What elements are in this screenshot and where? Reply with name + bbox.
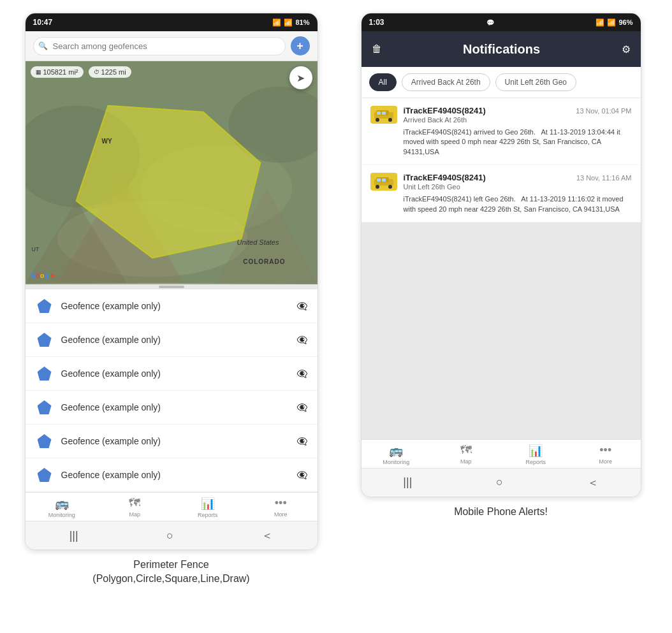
nav-map[interactable]: 🗺 Map (98, 497, 172, 518)
right-phone-section: 1:03 💬 📶 📶 96% 🗑 Notifications ⚙ All Arr… (342, 13, 659, 627)
svg-rect-14 (377, 112, 381, 115)
geofence-list: Geofence (example only) 👁‍🗨 Geofence (ex… (26, 289, 318, 492)
right-home-button[interactable]: ○ (496, 476, 503, 489)
monitoring-icon: 🚌 (55, 497, 69, 511)
right-bottom-nav: 🚌 Monitoring 🗺 Map 📊 Reports ••• More (362, 439, 641, 468)
svg-rect-15 (382, 112, 386, 115)
search-icon: 🔍 (38, 41, 48, 50)
scroll-indicator (26, 284, 318, 289)
notif-1-device-row: iTrackEF4940S(8241) 13 Nov, 01:04 PM (404, 106, 632, 115)
filter-left[interactable]: Unit Left 26th Geo (495, 73, 576, 91)
notification-filters: All Arrived Back At 26th Unit Left 26th … (362, 67, 641, 98)
right-caption: Mobile Phone Alerts! (454, 505, 548, 519)
add-icon: + (296, 40, 303, 53)
notif-2-body: iTrackEF4940S(8241) 13 Nov, 11:16 AM Uni… (404, 173, 632, 191)
notification-list: iTrackEF4940S(8241) 13 Nov, 01:04 PM Arr… (362, 98, 641, 439)
notifications-settings-button[interactable]: ⚙ (622, 43, 631, 55)
geofence-item-4[interactable]: Geofence (example only) 👁‍🗨 (26, 391, 318, 425)
svg-rect-21 (377, 178, 381, 182)
geofence-visibility-toggle-2[interactable]: 👁‍🗨 (296, 335, 307, 345)
right-nav-map[interactable]: 🗺 Map (431, 444, 501, 465)
geofence-shape-icon-5 (36, 432, 54, 450)
search-wrapper: 🔍 (33, 37, 286, 55)
right-back-button[interactable]: ＜ (587, 475, 599, 490)
right-reports-label: Reports (525, 459, 546, 465)
notif-1-timestamp: 13 Nov, 01:04 PM (576, 107, 631, 115)
geofence-map[interactable]: ▦ 105821 mi² ⏱ 1225 mi ➤ United States (26, 61, 318, 284)
right-nav-more[interactable]: ••• More (571, 444, 641, 465)
geofence-label-1: Geofence (example only) (61, 301, 289, 311)
filter-all[interactable]: All (369, 73, 397, 91)
home-button[interactable]: ○ (166, 529, 173, 542)
left-phone-section: 10:47 📶 📶 81% 🔍 + (13, 13, 330, 627)
reports-icon: 📊 (201, 497, 215, 511)
map-label-wyoming: WY (102, 138, 112, 145)
geofence-item-5[interactable]: Geofence (example only) 👁‍🗨 (26, 425, 318, 458)
google-logo: Google (31, 272, 55, 279)
svg-point-19 (376, 185, 379, 189)
left-battery: 81% (295, 18, 309, 26)
geofence-item-3[interactable]: Geofence (example only) 👁‍🗨 (26, 357, 318, 391)
geofence-visibility-toggle-6[interactable]: 👁‍🗨 (296, 470, 307, 480)
area-icon: ▦ (36, 69, 41, 75)
right-monitoring-label: Monitoring (383, 459, 409, 465)
geofence-item-6[interactable]: Geofence (example only) 👁‍🗨 (26, 458, 318, 492)
notif-2-device-row: iTrackEF4940S(8241) 13 Nov, 11:16 AM (404, 173, 632, 182)
geofence-shape-icon-6 (36, 466, 54, 484)
svg-point-20 (388, 185, 392, 189)
geofence-shape-icon-3 (36, 365, 54, 382)
geofence-search-input[interactable] (33, 37, 286, 55)
right-recent-apps-button[interactable]: ||| (403, 476, 412, 489)
geofence-item-2[interactable]: Geofence (example only) 👁‍🗨 (26, 323, 318, 357)
compass-button[interactable]: ➤ (289, 66, 312, 89)
right-time: 1:03 (369, 18, 384, 27)
notification-item-2[interactable]: iTrackEF4940S(8241) 13 Nov, 11:16 AM Uni… (362, 165, 641, 222)
svg-rect-22 (382, 178, 386, 182)
map-background: ▦ 105821 mi² ⏱ 1225 mi ➤ United States (26, 61, 318, 284)
geofence-search-bar: 🔍 + (26, 31, 318, 61)
left-system-nav: ||| ○ ＜ (26, 521, 318, 549)
chat-icon: 💬 (486, 19, 494, 26)
left-caption: Perimeter Fence(Polygon,Circle,Square,Li… (92, 558, 249, 586)
monitoring-label: Monitoring (48, 512, 75, 518)
nav-monitoring[interactable]: 🚌 Monitoring (26, 497, 99, 518)
geofence-visibility-toggle-1[interactable]: 👁‍🗨 (296, 301, 307, 311)
clock-icon: ⏱ (94, 69, 99, 75)
notif-2-vehicle-thumb (370, 173, 397, 191)
notif-1-event: Arrived Back At 26th (404, 116, 632, 124)
back-button[interactable]: ＜ (261, 528, 273, 543)
right-nav-reports[interactable]: 📊 Reports (501, 444, 571, 465)
notif-2-device: iTrackEF4940S(8241) (404, 173, 486, 182)
notif-1-body: iTrackEF4940S(8241) 13 Nov, 01:04 PM Arr… (404, 106, 632, 124)
left-status-bar: 10:47 📶 📶 81% (26, 13, 318, 31)
map-label-us: United States (237, 238, 279, 246)
notif-1-header: iTrackEF4940S(8241) 13 Nov, 01:04 PM Arr… (370, 106, 632, 124)
add-geofence-button[interactable]: + (291, 36, 310, 55)
delete-notifications-button[interactable]: 🗑 (372, 43, 382, 55)
nav-reports[interactable]: 📊 Reports (172, 497, 245, 518)
right-monitoring-icon: 🚌 (389, 444, 403, 458)
notif-2-timestamp: 13 Nov, 11:16 AM (576, 174, 632, 182)
map-label-utah: UT (32, 246, 40, 252)
geofence-visibility-toggle-4[interactable]: 👁‍🗨 (296, 402, 307, 412)
right-status-icons: 📶 📶 96% (595, 18, 632, 27)
geofence-shape-icon-4 (36, 398, 54, 416)
geofence-visibility-toggle-5[interactable]: 👁‍🗨 (296, 436, 307, 446)
recent-apps-button[interactable]: ||| (69, 529, 78, 542)
left-time: 10:47 (33, 18, 53, 27)
scroll-pill (159, 286, 184, 288)
geofence-label-3: Geofence (example only) (61, 368, 289, 379)
filter-arrived[interactable]: Arrived Back At 26th (402, 73, 490, 91)
right-map-icon: 🗺 (460, 444, 472, 457)
left-phone-frame: 10:47 📶 📶 81% 🔍 + (25, 13, 318, 550)
more-icon: ••• (275, 497, 287, 510)
signal-icon: 📶 (284, 18, 293, 27)
notification-item-1[interactable]: iTrackEF4940S(8241) 13 Nov, 01:04 PM Arr… (362, 98, 641, 164)
left-status-icons: 📶 📶 81% (272, 18, 309, 27)
right-wifi-icon: 📶 (595, 18, 604, 27)
right-nav-monitoring[interactable]: 🚌 Monitoring (362, 444, 432, 465)
geofence-item-1[interactable]: Geofence (example only) 👁‍🗨 (26, 289, 318, 323)
notif-2-header: iTrackEF4940S(8241) 13 Nov, 11:16 AM Uni… (370, 173, 632, 191)
nav-more[interactable]: ••• More (244, 497, 318, 518)
geofence-visibility-toggle-3[interactable]: 👁‍🗨 (296, 368, 307, 379)
